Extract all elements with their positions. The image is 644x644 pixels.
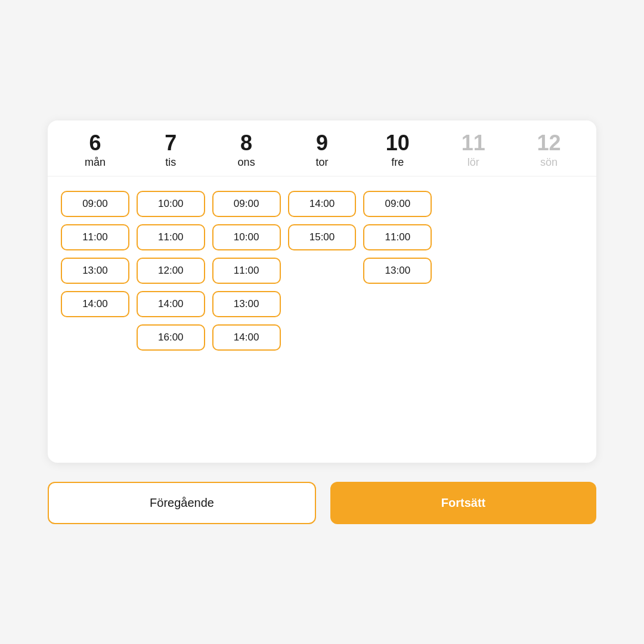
day-header-lör: 11lör [435, 132, 511, 169]
time-slot[interactable]: 11:00 [363, 224, 432, 250]
buttons-row: Föregående Fortsätt [48, 482, 596, 524]
time-slot[interactable]: 13:00 [363, 258, 432, 284]
next-button[interactable]: Fortsätt [330, 482, 596, 524]
day-number: 11 [462, 132, 485, 154]
time-slot[interactable]: 10:00 [137, 191, 205, 217]
time-slot[interactable]: 13:00 [61, 258, 129, 284]
time-slot[interactable]: 09:00 [61, 191, 129, 217]
day-number: 6 [89, 132, 101, 154]
day-header-tor: 9tor [284, 132, 360, 169]
day-header-mån: 6mån [57, 132, 133, 169]
day-number: 8 [240, 132, 252, 154]
day-name: fre [391, 156, 404, 169]
day-name: tor [315, 156, 328, 169]
time-slot[interactable]: 13:00 [212, 291, 281, 317]
time-slot[interactable]: 10:00 [212, 224, 281, 250]
time-slot[interactable]: 14:00 [212, 324, 281, 351]
prev-button[interactable]: Föregående [48, 482, 316, 524]
day-header-sön: 12sön [511, 132, 587, 169]
day-column-fre: 09:0011:0013:00 [360, 186, 435, 453]
main-container: 6mån7tis8ons9tor10fre11lör12sön 09:0011:… [48, 120, 596, 524]
day-column-lör [435, 186, 511, 453]
day-header-ons: 8ons [209, 132, 284, 169]
time-slot[interactable]: 14:00 [137, 291, 205, 317]
day-header-tis: 7tis [133, 132, 209, 169]
time-slot[interactable]: 09:00 [212, 191, 281, 217]
time-slot[interactable]: 09:00 [363, 191, 432, 217]
day-column-ons: 09:0010:0011:0013:0014:00 [209, 186, 284, 453]
day-name: mån [85, 156, 106, 169]
time-slot[interactable]: 14:00 [61, 291, 129, 317]
day-headers: 6mån7tis8ons9tor10fre11lör12sön [48, 120, 596, 177]
day-name: sön [540, 156, 558, 169]
day-column-mån: 09:0011:0013:0014:00 [57, 186, 133, 453]
time-slot[interactable]: 16:00 [137, 324, 205, 351]
time-slot[interactable]: 11:00 [212, 258, 281, 284]
time-slot[interactable]: 15:00 [288, 224, 357, 250]
time-slot[interactable]: 14:00 [288, 191, 357, 217]
time-grid: 09:0011:0013:0014:0010:0011:0012:0014:00… [48, 177, 596, 463]
day-header-fre: 10fre [360, 132, 435, 169]
day-number: 7 [165, 132, 177, 154]
day-name: ons [238, 156, 255, 169]
calendar-card: 6mån7tis8ons9tor10fre11lör12sön 09:0011:… [48, 120, 596, 463]
day-number: 12 [537, 132, 561, 154]
day-number: 9 [316, 132, 328, 154]
day-column-tor: 14:0015:00 [284, 186, 360, 453]
day-column-sön [511, 186, 587, 453]
time-slot[interactable]: 11:00 [137, 224, 205, 250]
day-column-tis: 10:0011:0012:0014:0016:00 [133, 186, 209, 453]
time-slot[interactable]: 11:00 [61, 224, 129, 250]
day-name: tis [165, 156, 176, 169]
day-name: lör [467, 156, 479, 169]
time-slot[interactable]: 12:00 [137, 258, 205, 284]
day-number: 10 [386, 132, 410, 154]
